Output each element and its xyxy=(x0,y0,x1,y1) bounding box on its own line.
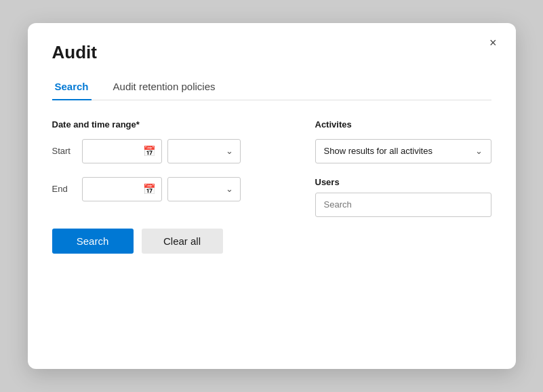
start-label: Start xyxy=(52,146,77,156)
form-right: Activites Show results for all activites… xyxy=(315,119,491,254)
activities-label: Activites xyxy=(315,119,491,130)
actions: Search Clear all xyxy=(52,229,283,254)
start-row: Start 📅 ⌄ xyxy=(52,139,283,163)
modal-overlay: × Audit Search Audit retention policies … xyxy=(0,0,543,392)
form-layout: Date and time range* Start 📅 ⌄ End 📅 xyxy=(52,119,491,254)
activities-chevron-icon: ⌄ xyxy=(475,146,483,156)
form-left: Date and time range* Start 📅 ⌄ End 📅 xyxy=(52,119,283,254)
modal-title: Audit xyxy=(52,42,491,63)
end-time-dropdown[interactable]: ⌄ xyxy=(167,177,241,201)
tab-audit-retention[interactable]: Audit retention policies xyxy=(110,75,218,100)
end-date-input[interactable]: 📅 xyxy=(82,177,162,201)
users-label: Users xyxy=(315,177,491,187)
tab-search[interactable]: Search xyxy=(52,75,92,100)
date-range-label: Date and time range* xyxy=(52,119,283,130)
tabs-container: Search Audit retention policies xyxy=(52,75,491,100)
end-time-chevron-icon: ⌄ xyxy=(226,184,233,194)
activities-dropdown-value: Show results for all activites xyxy=(324,146,433,156)
start-time-chevron-icon: ⌄ xyxy=(226,146,233,156)
activities-dropdown[interactable]: Show results for all activites ⌄ xyxy=(315,139,491,163)
start-date-input[interactable]: 📅 xyxy=(82,139,162,163)
close-button[interactable]: × xyxy=(485,35,501,50)
end-calendar-icon: 📅 xyxy=(143,183,156,195)
start-time-dropdown[interactable]: ⌄ xyxy=(167,139,241,163)
users-section: Users xyxy=(315,177,491,217)
modal: × Audit Search Audit retention policies … xyxy=(28,23,516,369)
end-label: End xyxy=(52,184,77,194)
users-search-input[interactable] xyxy=(315,193,491,217)
search-button[interactable]: Search xyxy=(52,229,134,254)
end-row: End 📅 ⌄ xyxy=(52,177,283,201)
clear-button[interactable]: Clear all xyxy=(142,229,223,254)
start-calendar-icon: 📅 xyxy=(143,145,156,157)
